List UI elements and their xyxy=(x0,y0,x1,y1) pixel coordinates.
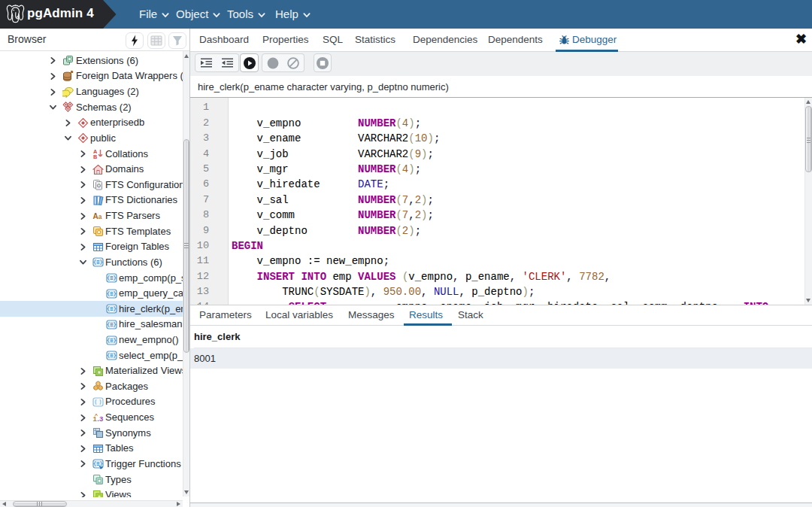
svg-text:B: B xyxy=(93,153,97,159)
svg-text:.3: .3 xyxy=(97,414,103,422)
svg-text:A: A xyxy=(93,212,98,220)
svg-text:a: a xyxy=(98,213,102,220)
